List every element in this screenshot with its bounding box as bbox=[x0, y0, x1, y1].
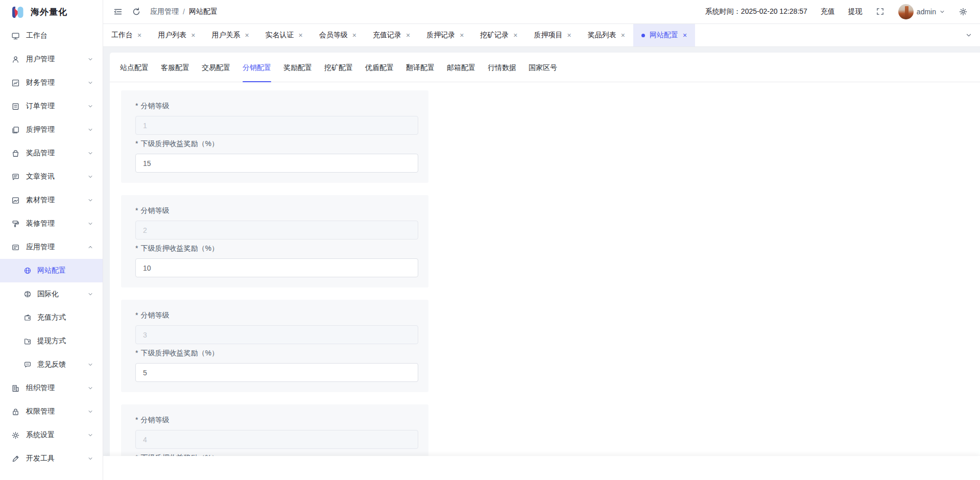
sidebar-item-workbench[interactable]: 工作台 bbox=[0, 24, 103, 47]
level-input-4[interactable] bbox=[135, 430, 418, 449]
collapse-menu-icon[interactable] bbox=[113, 7, 123, 16]
config-tab-market-data[interactable]: 行情数据 bbox=[482, 63, 522, 82]
tab-recharge-records[interactable]: 充值记录× bbox=[365, 24, 418, 46]
close-icon[interactable]: × bbox=[191, 32, 195, 39]
config-tab-reward[interactable]: 奖励配置 bbox=[277, 63, 318, 82]
wallet-icon bbox=[23, 314, 32, 322]
close-icon[interactable]: × bbox=[299, 32, 303, 39]
field-label: *下级质押收益奖励（%） bbox=[135, 349, 419, 358]
config-tab-country-code[interactable]: 国家区号 bbox=[522, 63, 563, 82]
close-icon[interactable]: × bbox=[683, 32, 687, 39]
config-tab-distribution[interactable]: 分销配置 bbox=[236, 63, 277, 82]
chevron-down-icon bbox=[87, 362, 93, 368]
config-tab-mailbox[interactable]: 邮箱配置 bbox=[441, 63, 482, 82]
distribution-level-card-2: *分销等级 *下级质押收益奖励（%） bbox=[121, 195, 428, 287]
documents-icon bbox=[11, 126, 20, 134]
chevron-down-icon bbox=[87, 221, 93, 227]
username: admin bbox=[917, 8, 936, 16]
reward-input-1[interactable] bbox=[135, 154, 418, 173]
field-label: *分销等级 bbox=[135, 102, 419, 111]
chevron-down-icon bbox=[87, 174, 93, 180]
tab-user-list[interactable]: 用户列表× bbox=[150, 24, 203, 46]
config-tab-translation[interactable]: 翻译配置 bbox=[400, 63, 441, 82]
top-bar: 应用管理 / 网站配置 系统时间：2025-02-20 12:28:57 充值 … bbox=[103, 0, 980, 24]
breadcrumb-separator: / bbox=[183, 8, 185, 16]
level-input-3[interactable] bbox=[135, 325, 418, 344]
avatar[interactable] bbox=[898, 4, 914, 19]
pen-icon bbox=[11, 454, 20, 463]
sidebar-item-org-mgmt[interactable]: 组织管理 bbox=[0, 376, 103, 400]
sidebar-item-finance-mgmt[interactable]: 财务管理 bbox=[0, 71, 103, 94]
tab-workbench[interactable]: 工作台× bbox=[103, 24, 150, 46]
tab-member-level[interactable]: 会员等级× bbox=[311, 24, 365, 46]
tab-user-relations[interactable]: 用户关系× bbox=[203, 24, 257, 46]
action-footer bbox=[103, 456, 980, 480]
recharge-link[interactable]: 充值 bbox=[821, 7, 835, 16]
sidebar-item-withdraw-method[interactable]: 提现方式 bbox=[0, 329, 103, 353]
sidebar-item-app-mgmt[interactable]: 应用管理 bbox=[0, 235, 103, 259]
reward-input-2[interactable] bbox=[135, 258, 418, 277]
chart-icon bbox=[11, 79, 20, 87]
user-menu[interactable]: admin bbox=[898, 4, 945, 19]
tab-mining-records[interactable]: 挖矿记录× bbox=[472, 24, 525, 46]
sidebar-item-recharge-method[interactable]: 充值方式 bbox=[0, 306, 103, 329]
config-tab-trade[interactable]: 交易配置 bbox=[196, 63, 236, 82]
sidebar-item-prize-mgmt[interactable]: 奖品管理 bbox=[0, 141, 103, 165]
field-label: *下级质押收益奖励（%） bbox=[135, 139, 419, 149]
fullscreen-icon[interactable] bbox=[876, 7, 885, 16]
level-input-1[interactable] bbox=[135, 116, 418, 135]
globe-icon bbox=[23, 290, 32, 299]
close-icon[interactable]: × bbox=[245, 32, 249, 39]
tab-real-name-auth[interactable]: 实名认证× bbox=[257, 24, 311, 46]
close-icon[interactable]: × bbox=[621, 32, 625, 39]
sidebar: 海外量化 工作台 用户管理 财务管理 bbox=[0, 0, 103, 480]
sidebar-item-system-settings[interactable]: 系统设置 bbox=[0, 423, 103, 447]
config-tab-ushield[interactable]: 优盾配置 bbox=[359, 63, 400, 82]
order-icon bbox=[11, 102, 20, 111]
close-icon[interactable]: × bbox=[460, 32, 464, 39]
breadcrumb-parent[interactable]: 应用管理 bbox=[150, 7, 179, 16]
monitor-icon bbox=[11, 32, 20, 40]
sidebar-item-articles[interactable]: 文章资讯 bbox=[0, 165, 103, 188]
brand-logo-icon bbox=[10, 5, 26, 20]
paint-roller-icon bbox=[11, 220, 20, 228]
chevron-down-icon bbox=[87, 291, 93, 297]
close-icon[interactable]: × bbox=[352, 32, 356, 39]
tab-strip: 工作台× 用户列表× 用户关系× 实名认证× 会员等级× 充值记录× 质押记录×… bbox=[103, 24, 980, 47]
sidebar-item-dev-tools[interactable]: 开发工具 bbox=[0, 447, 103, 470]
config-tab-site[interactable]: 站点配置 bbox=[114, 63, 155, 82]
close-icon[interactable]: × bbox=[513, 32, 517, 39]
sidebar-item-order-mgmt[interactable]: 订单管理 bbox=[0, 94, 103, 118]
refresh-icon[interactable] bbox=[132, 7, 141, 16]
close-icon[interactable]: × bbox=[567, 32, 571, 39]
distribution-form: *分销等级 *下级质押收益奖励（%） *分销等级 *下级质押收益奖励（%） *分… bbox=[110, 82, 980, 480]
chevron-down-icon bbox=[87, 409, 93, 415]
sidebar-item-i18n[interactable]: 国际化 bbox=[0, 282, 103, 306]
sidebar-item-permission-mgmt[interactable]: 权限管理 bbox=[0, 400, 103, 423]
level-input-2[interactable] bbox=[135, 221, 418, 239]
tab-pledge-projects[interactable]: 质押项目× bbox=[526, 24, 580, 46]
tab-overflow-chevron-icon[interactable] bbox=[958, 24, 980, 46]
chevron-down-icon bbox=[87, 80, 93, 86]
sidebar-item-pledge-mgmt[interactable]: 质押管理 bbox=[0, 118, 103, 141]
content-area: 站点配置 客服配置 交易配置 分销配置 奖励配置 挖矿配置 优盾配置 翻译配置 … bbox=[103, 47, 980, 480]
close-icon[interactable]: × bbox=[406, 32, 410, 39]
sidebar-item-user-mgmt[interactable]: 用户管理 bbox=[0, 47, 103, 71]
withdraw-link[interactable]: 提现 bbox=[848, 7, 863, 16]
reward-input-3[interactable] bbox=[135, 363, 418, 382]
sidebar-item-decoration[interactable]: 装修管理 bbox=[0, 212, 103, 235]
bag-icon bbox=[11, 149, 20, 158]
sidebar-item-materials[interactable]: 素材管理 bbox=[0, 188, 103, 212]
sidebar-item-feedback[interactable]: 意见反馈 bbox=[0, 353, 103, 376]
config-tab-customer-service[interactable]: 客服配置 bbox=[155, 63, 196, 82]
folder-icon bbox=[23, 337, 32, 346]
tab-pledge-records[interactable]: 质押记录× bbox=[418, 24, 472, 46]
tab-prize-list[interactable]: 奖品列表× bbox=[580, 24, 633, 46]
settings-gear-icon[interactable] bbox=[959, 7, 968, 16]
close-icon[interactable]: × bbox=[137, 32, 141, 39]
sidebar-item-site-config[interactable]: 网站配置 bbox=[0, 259, 103, 282]
breadcrumb: 应用管理 / 网站配置 bbox=[150, 7, 218, 16]
tab-site-config[interactable]: 网站配置× bbox=[633, 24, 695, 46]
building-icon bbox=[11, 384, 20, 393]
config-tab-mining[interactable]: 挖矿配置 bbox=[318, 63, 359, 82]
